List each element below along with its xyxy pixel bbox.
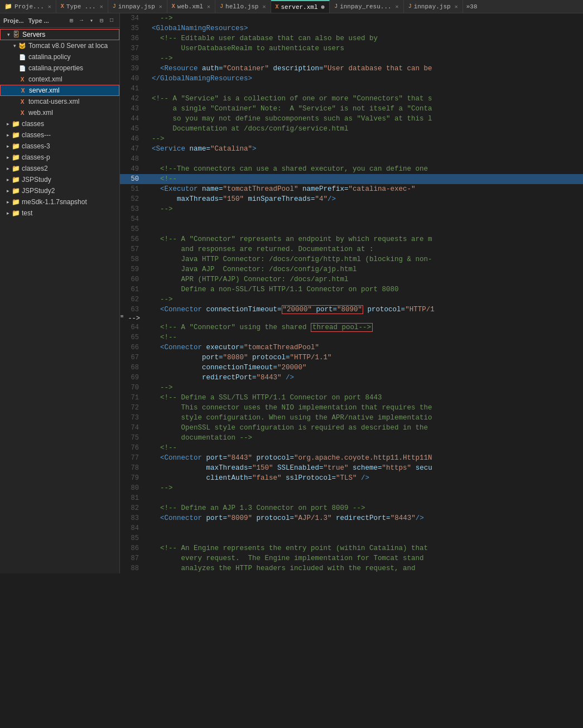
- tree-jspstudy[interactable]: ▸ 📁 JSPStudy: [0, 174, 119, 185]
- ln-88: 88: [120, 563, 143, 573]
- line-59: 59 Java AJP Connector: /docs/config/ajp.…: [120, 264, 583, 274]
- tree-classes[interactable]: ▸ 📁 classes: [0, 118, 119, 129]
- line-86: 86 <!-- An Engine represents the entry p…: [120, 543, 583, 553]
- tab-proje[interactable]: 📁 Proje... ✕: [0, 0, 56, 13]
- line-41: 41: [120, 84, 583, 94]
- tree-expand-classes: ▸: [4, 120, 11, 127]
- sidebar-btn-2[interactable]: →: [77, 16, 86, 25]
- ln-67: 67: [120, 353, 143, 363]
- jspstudy2-icon: 📁: [11, 186, 20, 195]
- tab-webxml-close[interactable]: ✕: [207, 3, 210, 10]
- cd-63: <Connector connectionTimeout="20000" por…: [143, 305, 583, 315]
- ln-43: 43: [120, 104, 143, 114]
- tree-classes-dashes[interactable]: ▸ 📁 classes---: [0, 129, 119, 141]
- tab-webxml[interactable]: X web.xml ✕: [167, 0, 215, 13]
- tree-test[interactable]: ▸ 📁 test: [0, 208, 119, 219]
- line-37: 37 UserDatabaseRealm to authenticate use…: [120, 44, 583, 54]
- ln-47: 47: [120, 144, 143, 154]
- tab-innpay-close[interactable]: ✕: [159, 3, 162, 10]
- line-67: 67 port="8080" protocol="HTTP/1.1": [120, 353, 583, 363]
- tab-proje-icon: 📁: [4, 3, 12, 10]
- line-63: 63 <Connector connectionTimeout="20000" …: [120, 305, 583, 315]
- line-78: 78 maxThreads="150" SSLEnabled="true" sc…: [120, 463, 583, 473]
- line-84: 84: [120, 523, 583, 533]
- ln-78: 78: [120, 463, 143, 473]
- sidebar-btn-5[interactable]: □: [107, 16, 116, 25]
- line-73: 73 style configuration. When using the A…: [120, 413, 583, 423]
- line-54: 54: [120, 214, 583, 224]
- tree-tomcat[interactable]: ▾ 🐱 Tomcat v8.0 Server at loca: [0, 40, 119, 51]
- cd-53: -->: [143, 204, 583, 214]
- tree-area[interactable]: ▾ 🗄 Servers ▾ 🐱 Tomcat v8.0 Server at lo…: [0, 28, 119, 573]
- tree-servers[interactable]: ▾ 🗄 Servers: [0, 29, 119, 40]
- classes-dashes-icon: 📁: [11, 131, 20, 139]
- cd-35: <GlobalNamingResources>: [143, 23, 583, 33]
- line-70: 70 -->: [120, 383, 583, 393]
- cd-82: <!-- Define an AJP 1.3 Connector on port…: [143, 503, 583, 513]
- cd-36: <!-- Editable user database that can als…: [143, 33, 583, 44]
- tree-classes2[interactable]: ▸ 📁 classes2: [0, 163, 119, 174]
- ln-60: 60: [120, 274, 143, 285]
- tree-mesdk[interactable]: ▸ 📁 meSdk-1.1.7snapshot: [0, 196, 119, 208]
- cd-78: maxThreads="150" SSLEnabled="true" schem…: [143, 463, 583, 473]
- sidebar-btn-4[interactable]: ⊟: [97, 16, 106, 25]
- cd-87: every request. The Engine implementation…: [143, 553, 583, 563]
- tab-innpay2-close[interactable]: ✕: [455, 3, 458, 10]
- tab-proje-close[interactable]: ✕: [48, 3, 51, 10]
- tomcat-users-label: tomcat-users.xml: [28, 98, 79, 105]
- tab-innpay[interactable]: J innpay.jsp ✕: [108, 0, 167, 13]
- tab-innpay2[interactable]: J innpay.jsp ✕: [404, 0, 463, 13]
- tree-web-xml[interactable]: X web.xml: [0, 107, 119, 118]
- tab-hellojsp[interactable]: J hello.jsp ✕: [215, 0, 271, 13]
- tab-innpay-icon: J: [113, 3, 116, 9]
- ln-44: 44: [120, 114, 143, 124]
- cd-41: [143, 84, 583, 94]
- tree-tomcat-users[interactable]: X tomcat-users.xml: [0, 96, 119, 107]
- tab-innpay2-label: innpay.jsp: [414, 3, 451, 10]
- tree-classes-3[interactable]: ▸ 📁 classes-3: [0, 141, 119, 152]
- sidebar-btn-3[interactable]: ▾: [87, 16, 96, 25]
- ln-65: 65: [120, 332, 143, 343]
- tree-jspstudy2[interactable]: ▸ 📁 JSPStudy2: [0, 185, 119, 196]
- web-xml-label: web.xml: [28, 109, 53, 117]
- tab-type[interactable]: X Type ... ✕: [56, 0, 108, 13]
- tab-hellojsp-close[interactable]: ✕: [262, 3, 266, 10]
- tab-serverxml[interactable]: X server.xml ⊗: [271, 0, 330, 13]
- sidebar-title-proje: Proje...: [3, 17, 24, 24]
- line-68: 68 connectionTimeout="20000": [120, 363, 583, 373]
- ln-34: 34: [120, 13, 143, 23]
- sidebar-btn-1[interactable]: ⊞: [67, 16, 76, 25]
- tree-context-xml[interactable]: X context.xml: [0, 74, 119, 85]
- code-block[interactable]: 34 --> 35 <GlobalNamingResources> 36 <!-…: [120, 13, 583, 573]
- cd-51: <Executor name="tomcatThreadPool" namePr…: [143, 184, 583, 194]
- tab-proje-label: Proje...: [15, 3, 44, 10]
- line-52: 52 maxThreads="150" minSpareThreads="4"/…: [120, 194, 583, 204]
- cd-64: <!-- A "Connector" using the shared thre…: [143, 322, 583, 332]
- line-69: 69 redirectPort="8443" />: [120, 373, 583, 383]
- tree-server-xml[interactable]: X server.xml: [0, 85, 119, 96]
- tab-innpay-resu-close[interactable]: ✕: [396, 3, 399, 10]
- ln-64: 64: [120, 322, 143, 332]
- line-88: 88 analyzes the HTTP headers included wi…: [120, 563, 583, 573]
- cd-70: -->: [143, 383, 583, 393]
- catalina-policy-label: catalina.policy: [28, 53, 70, 61]
- tab-innpay-resu[interactable]: J innpay_resu... ✕: [330, 0, 403, 13]
- line-81: 81: [120, 493, 583, 503]
- sidebar-toolbar: ⊞ → ▾ ⊟ □: [67, 16, 116, 25]
- tab-hellojsp-icon: J: [220, 3, 223, 9]
- tomcat-users-icon: X: [18, 97, 27, 106]
- tab-type-close[interactable]: ✕: [100, 3, 103, 10]
- tab-overflow[interactable]: »38: [463, 0, 481, 13]
- cd-67: port="8080" protocol="HTTP/1.1": [143, 353, 583, 363]
- cd-43: a single "Container" Note: A "Service" i…: [143, 104, 583, 114]
- tree-catalina-props[interactable]: 📄 catalina.properties: [0, 62, 119, 74]
- tree-classes-p[interactable]: ▸ 📁 classes-p: [0, 152, 119, 163]
- ln-68: 68: [120, 363, 143, 373]
- tab-overflow-count: »38: [466, 3, 478, 10]
- line-71: 71 <!-- Define a SSL/TLS HTTP/1.1 Connec…: [120, 393, 583, 403]
- cd-83: <Connector port="8009" protocol="AJP/1.3…: [143, 513, 583, 523]
- cd-61: Define a non-SSL/TLS HTTP/1.1 Connector …: [143, 285, 583, 295]
- tree-catalina-policy[interactable]: 📄 catalina.policy: [0, 51, 119, 62]
- line-34: 34 -->: [120, 13, 583, 23]
- code-lines: 34 --> 35 <GlobalNamingResources> 36 <!-…: [120, 13, 583, 573]
